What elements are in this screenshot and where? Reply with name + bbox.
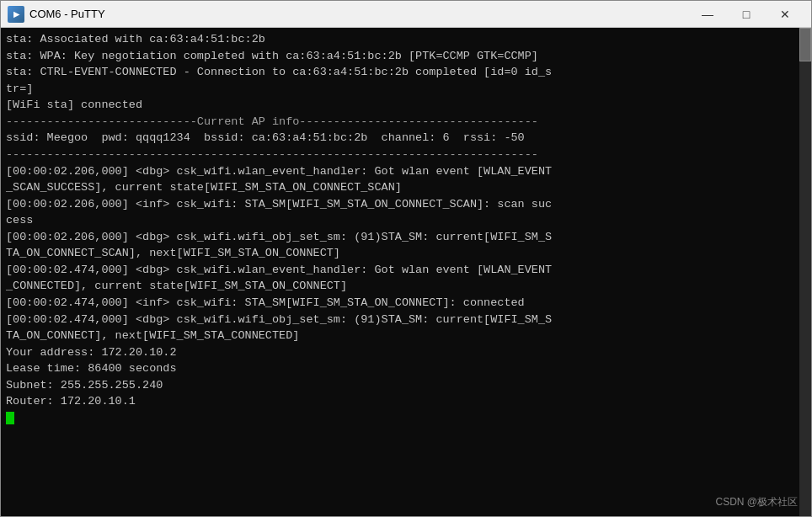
terminal-line: tr=] — [6, 81, 806, 98]
terminal-line: Subnet: 255.255.255.240 — [6, 377, 806, 394]
terminal-line: TA_ON_CONNECT_SCAN], next[WIFI_SM_STA_ON… — [6, 245, 806, 262]
terminal-line: ----------------------------Current AP i… — [6, 114, 806, 131]
terminal-output[interactable]: sta: Associated with ca:63:a4:51:bc:2bst… — [1, 28, 811, 516]
terminal-line: [00:00:02.206,000] <dbg> csk_wifi.wlan_e… — [6, 163, 806, 180]
putty-window: ▶ COM6 - PuTTY — □ ✕ sta: Associated wit… — [0, 0, 812, 517]
titlebar: ▶ COM6 - PuTTY — □ ✕ — [1, 1, 811, 28]
terminal-cursor — [6, 412, 14, 424]
terminal-line: cess — [6, 212, 806, 229]
terminal-line: [00:00:02.474,000] <dbg> csk_wifi.wlan_e… — [6, 262, 806, 279]
terminal-line: Lease time: 86400 seconds — [6, 360, 806, 377]
scrollbar[interactable] — [799, 28, 811, 516]
terminal-line: ssid: Meegoo pwd: qqqq1234 bssid: ca:63:… — [6, 130, 806, 147]
window-controls: — □ ✕ — [688, 1, 804, 28]
terminal-line: sta: WPA: Key negotiation completed with… — [6, 48, 806, 65]
terminal-line: [00:00:02.474,000] <dbg> csk_wifi.wifi_o… — [6, 312, 806, 328]
terminal-line: [WiFi sta] connected — [6, 97, 806, 114]
terminal-line: [00:00:02.206,000] <dbg> csk_wifi.wifi_o… — [6, 229, 806, 246]
close-button[interactable]: ✕ — [766, 1, 804, 28]
terminal-line: [00:00:02.474,000] <inf> csk_wifi: STA_S… — [6, 295, 806, 312]
maximize-button[interactable]: □ — [727, 1, 766, 28]
terminal-line: Your address: 172.20.10.2 — [6, 344, 806, 361]
terminal-line: _CONNECTED], current state[WIFI_SM_STA_O… — [6, 278, 806, 295]
terminal-line: sta: CTRL-EVENT-CONNECTED - Connection t… — [6, 64, 806, 81]
app-icon: ▶ — [8, 6, 24, 23]
terminal-line: _SCAN_SUCCESS], current state[WIFI_SM_ST… — [6, 179, 806, 196]
scrollbar-thumb[interactable] — [799, 28, 811, 61]
terminal-line: sta: Associated with ca:63:a4:51:bc:2b — [6, 31, 806, 48]
terminal-line: ----------------------------------------… — [6, 147, 806, 163]
watermark: CSDN @极术社区 — [715, 495, 798, 509]
app-icon-symbol: ▶ — [13, 10, 19, 19]
window-title: COM6 - PuTTY — [29, 8, 688, 20]
terminal-line: [00:00:02.206,000] <inf> csk_wifi: STA_S… — [6, 196, 806, 213]
terminal-line: TA_ON_CONNECT], next[WIFI_SM_STA_CONNECT… — [6, 328, 806, 344]
terminal-line — [6, 410, 806, 427]
terminal-line: Router: 172.20.10.1 — [6, 393, 806, 410]
minimize-button[interactable]: — — [688, 1, 727, 28]
terminal-content: sta: Associated with ca:63:a4:51:bc:2bst… — [6, 31, 806, 427]
